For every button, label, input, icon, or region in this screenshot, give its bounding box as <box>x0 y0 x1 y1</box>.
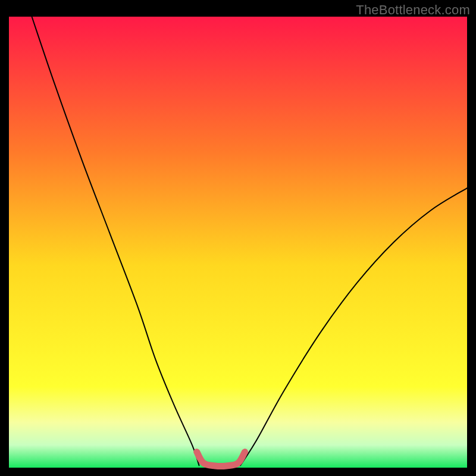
chart-canvas <box>0 0 476 476</box>
plot-background <box>9 17 467 468</box>
watermark-text: TheBottleneck.com <box>356 2 470 18</box>
chart-frame: { "watermark": "TheBottleneck.com", "cha… <box>0 0 476 476</box>
